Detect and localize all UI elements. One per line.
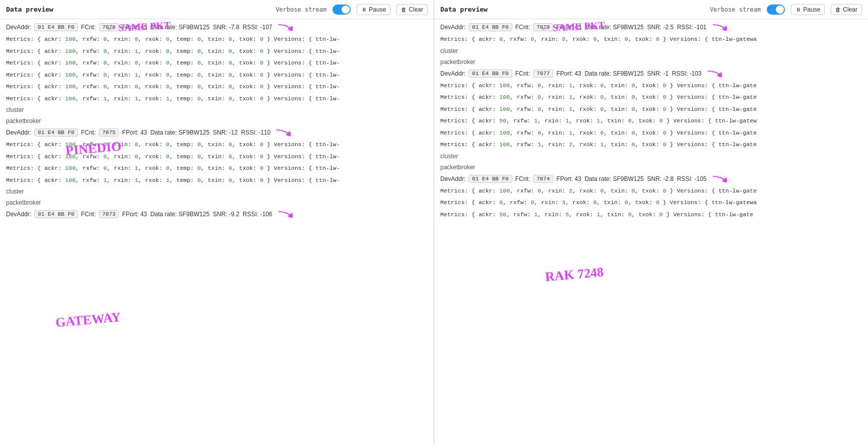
right-metrics-6: Metrics: { ackr: 100, rxfw: 0, rxin: 1, … xyxy=(434,127,868,139)
right-metrics-2: Metrics: { ackr: 100, rxfw: 0, rxin: 1, … xyxy=(434,80,868,92)
right-devaddr-row-2: DevAddr: 01 E4 BB F0 FCnt: 7077 FPort: 4… xyxy=(434,68,868,80)
left-clear-button[interactable]: 🗑 Clear xyxy=(396,4,428,15)
left-pause-button[interactable]: ⏸ Pause xyxy=(357,4,390,15)
left-devaddr-row-3: DevAddr: 01 E4 BB F0 FCnt: 7073 FPort: 4… xyxy=(0,208,434,220)
right-verbose-label: Verbose stream xyxy=(710,6,761,13)
arrow-down-right-2 xyxy=(276,129,291,136)
right-panel-header: Data preview Verbose stream ⏸ Pause 🗑 Cl… xyxy=(434,0,868,19)
left-cluster-1: cluster xyxy=(0,104,434,115)
left-metrics-8: Metrics: { ackr: 100, rxfw: 0, rxin: 0, … xyxy=(0,151,434,163)
right-metrics-10: Metrics: { ackr: 50, rxfw: 1, rxin: 5, r… xyxy=(434,209,868,221)
right-metrics-3: Metrics: { ackr: 100, rxfw: 0, rxin: 1, … xyxy=(434,91,868,103)
left-verbose-toggle[interactable] xyxy=(332,5,351,15)
right-trash-icon: 🗑 xyxy=(835,7,841,13)
right-packetbroker-1: packetbroker xyxy=(434,56,868,68)
right-metrics-5: Metrics: { ackr: 50, rxfw: 1, rxin: 1, r… xyxy=(434,115,868,127)
left-panel-content: ← SAME PKT DevAddr: 01 E4 BB F0 FCnt: 70… xyxy=(0,19,434,445)
right-packetbroker-2: packetbroker xyxy=(434,162,868,173)
left-metrics-2: Metrics: { ackr: 100, rxfw: 0, rxin: 1, … xyxy=(0,45,434,57)
right-rak-annotation: RAK 7248 xyxy=(545,265,604,285)
right-cluster-2: cluster xyxy=(434,151,868,162)
right-clear-button[interactable]: 🗑 Clear xyxy=(831,4,862,15)
right-verbose-toggle[interactable] xyxy=(767,5,785,15)
right-metrics-7: Metrics: { ackr: 100, rxfw: 1, rxin: 2, … xyxy=(434,139,868,151)
right-devaddr-row-1: DevAddr: 01 E4 BB F0 FCnt: 7078 FPort: 4… xyxy=(434,21,868,33)
left-metrics-7: Metrics: { ackr: 100, rxfw: 0, rxin: 0, … xyxy=(0,139,434,151)
left-panel-header: Data preview Verbose stream ⏸ Pause 🗑 Cl… xyxy=(0,0,434,19)
right-pause-button[interactable]: ⏸ Pause xyxy=(791,4,825,15)
pause-icon: ⏸ xyxy=(361,7,367,13)
right-arrow-1 xyxy=(712,24,727,31)
right-arrow-2 xyxy=(707,70,722,77)
right-metrics-1: Metrics: { ackr: 0, rxfw: 0, rxin: 0, rx… xyxy=(434,33,868,45)
left-metrics-10: Metrics: { ackr: 100, rxfw: 1, rxin: 1, … xyxy=(0,174,434,186)
right-metrics-8: Metrics: { ackr: 100, rxfw: 0, rxin: 2, … xyxy=(434,185,868,197)
left-devaddr-row-1: DevAddr: 01 E4 BB F0 FCnt: 7078 FPort: 4… xyxy=(0,21,434,33)
left-verbose-label: Verbose stream xyxy=(276,6,326,13)
right-panel-title: Data preview xyxy=(440,6,488,13)
left-devaddr-row-2: DevAddr: 01 E4 BB F0 FCnt: 7075 FPort: 4… xyxy=(0,126,434,139)
right-devaddr-row-3: DevAddr: 01 E4 BB F0 FCnt: 7074 FPort: 4… xyxy=(434,173,868,185)
left-metrics-4: Metrics: { ackr: 100, rxfw: 0, rxin: 1, … xyxy=(0,69,434,81)
right-cluster-1: cluster xyxy=(434,45,868,56)
left-gateway-annotation: GATEWAY xyxy=(55,309,121,330)
left-cluster-2: cluster xyxy=(0,186,434,197)
right-metrics-9: Metrics: { ackr: 0, rxfw: 0, rxin: 3, rx… xyxy=(434,197,868,209)
left-packetbroker-2: packetbroker xyxy=(0,197,434,208)
left-packetbroker-1: packetbroker xyxy=(0,115,434,126)
left-metrics-3: Metrics: { ackr: 100, rxfw: 0, rxin: 0, … xyxy=(0,57,434,69)
right-panel-content: ← SAME PKT DevAddr: 01 E4 BB F0 FCnt: 70… xyxy=(434,19,868,445)
arrow-down-right xyxy=(278,24,293,31)
right-arrow-3 xyxy=(712,175,727,182)
left-metrics-6: Metrics: { ackr: 100, rxfw: 1, rxin: 1, … xyxy=(0,93,434,105)
left-metrics-1: Metrics: { ackr: 100, rxfw: 0, rxin: 0, … xyxy=(0,33,434,45)
right-pause-icon: ⏸ xyxy=(795,7,801,13)
arrow-down-right-3 xyxy=(278,211,293,218)
left-metrics-9: Metrics: { ackr: 100, rxfw: 0, rxin: 1, … xyxy=(0,162,434,174)
right-metrics-4: Metrics: { ackr: 100, rxfw: 0, rxin: 1, … xyxy=(434,103,868,115)
trash-icon: 🗑 xyxy=(401,7,407,13)
left-metrics-5: Metrics: { ackr: 100, rxfw: 0, rxin: 0, … xyxy=(0,81,434,93)
left-panel-title: Data preview xyxy=(6,6,53,13)
